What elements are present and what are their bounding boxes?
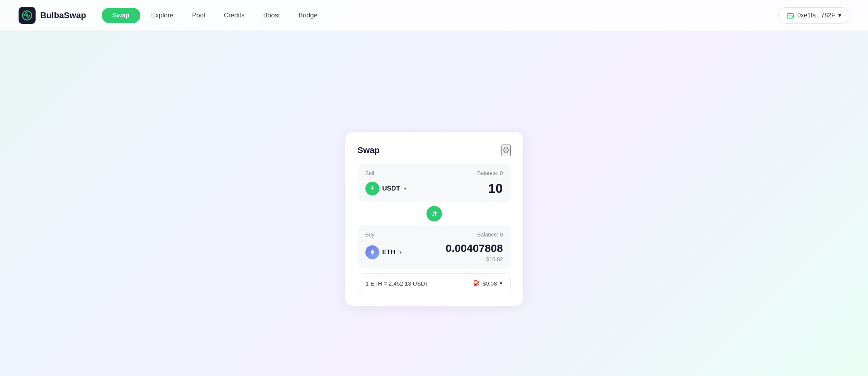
nav-explore-link[interactable]: Explore: [143, 8, 181, 23]
rate-info-bar: 1 ETH = 2,452.13 USDT ⛽ $0.08 ▾: [358, 273, 511, 293]
gas-price: $0.08: [483, 280, 497, 287]
sell-balance: Balance: 0: [477, 170, 503, 176]
wallet-icon: [786, 12, 794, 19]
swap-card-header: Swap ⚙: [358, 145, 511, 156]
main-content: Swap ⚙ Sell Balance: 0 ₮ USDT ▾: [0, 31, 868, 376]
buy-label: Buy: [365, 231, 375, 238]
sell-token-symbol: USDT: [382, 185, 400, 192]
sell-token-row: ₮ USDT ▾ 10: [365, 181, 503, 196]
swap-card-title: Swap: [358, 145, 380, 155]
sell-label: Sell: [365, 170, 374, 176]
app-name: BulbaSwap: [40, 10, 86, 20]
swap-direction-area: [358, 206, 511, 221]
buy-box-header: Buy Balance: 0: [365, 231, 503, 238]
nav-links: Swap Explore Pool Credits Boost Bridge: [102, 8, 779, 23]
buy-balance: Balance: 0: [477, 231, 503, 238]
exchange-rate: 1 ETH = 2,452.13 USDT: [366, 280, 429, 287]
buy-token-row: ETH ▾ 0.00407808 $10.02: [365, 242, 503, 262]
svg-marker-5: [370, 249, 374, 254]
wallet-address: 0xe1fa...782F: [797, 12, 835, 19]
svg-text:₮: ₮: [371, 186, 374, 191]
sell-token-chevron-icon: ▾: [404, 186, 406, 191]
bulbaswap-logo-icon: [19, 7, 36, 24]
eth-icon: [365, 245, 379, 259]
nav-swap-button[interactable]: Swap: [102, 8, 140, 23]
buy-token-symbol: ETH: [382, 248, 396, 256]
nav-credits-link[interactable]: Credits: [216, 8, 252, 23]
gas-info[interactable]: ⛽ $0.08 ▾: [473, 280, 503, 287]
svg-rect-2: [787, 14, 793, 18]
buy-amount-area: 0.00407808 $10.02: [446, 242, 503, 262]
sell-amount[interactable]: 10: [488, 181, 503, 196]
rate-chevron-icon: ▾: [500, 280, 503, 287]
logo-area: BulbaSwap: [19, 7, 86, 24]
swap-card: Swap ⚙ Sell Balance: 0 ₮ USDT ▾: [345, 132, 523, 306]
gas-pump-icon: ⛽: [473, 280, 480, 287]
nav-boost-link[interactable]: Boost: [256, 8, 288, 23]
svg-point-3: [792, 16, 793, 17]
buy-token-selector[interactable]: ETH ▾: [365, 245, 402, 259]
wallet-chevron-icon: ▾: [838, 12, 841, 19]
navbar: BulbaSwap Swap Explore Pool Credits Boos…: [0, 0, 868, 31]
buy-usd-value: $10.02: [446, 256, 503, 262]
buy-token-box: Buy Balance: 0 ETH ▾ 0.00407808: [358, 225, 511, 269]
sell-token-box: Sell Balance: 0 ₮ USDT ▾ 10: [358, 164, 511, 202]
swap-arrows-icon: [430, 210, 438, 218]
nav-pool-link[interactable]: Pool: [184, 8, 213, 23]
settings-button[interactable]: ⚙: [501, 145, 511, 156]
wallet-button[interactable]: 0xe1fa...782F ▾: [778, 7, 849, 24]
swap-direction-button[interactable]: [426, 206, 442, 221]
usdt-icon: ₮: [365, 182, 379, 196]
buy-amount[interactable]: 0.00407808: [446, 242, 503, 254]
sell-box-header: Sell Balance: 0: [365, 170, 503, 176]
sell-token-selector[interactable]: ₮ USDT ▾: [365, 182, 406, 196]
nav-bridge-link[interactable]: Bridge: [291, 8, 325, 23]
svg-point-1: [26, 14, 28, 17]
buy-token-chevron-icon: ▾: [399, 250, 402, 255]
